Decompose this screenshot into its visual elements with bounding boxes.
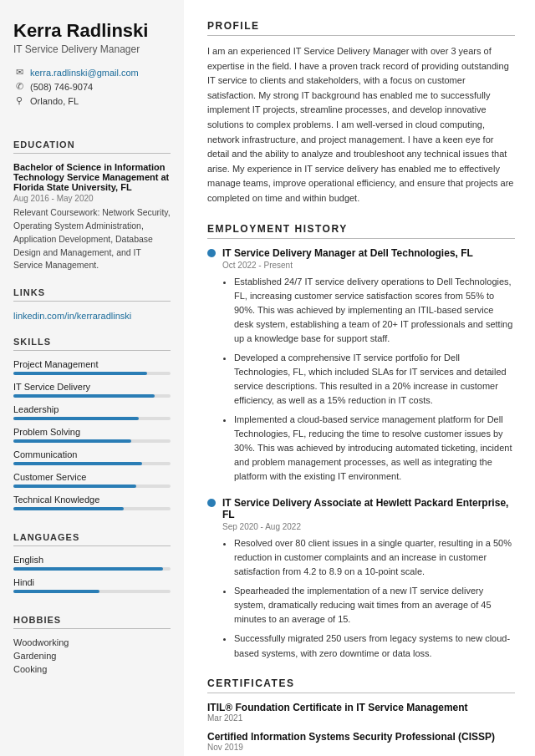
skill-bar-fill [13,507,124,510]
languages-list: English Hindi [13,555,171,600]
linkedin-link[interactable]: linkedin.com/in/kerraradlinski [13,311,131,321]
job-heading: IT Service Delivery Manager at Dell Tech… [222,247,473,259]
jobs-list: IT Service Delivery Manager at Dell Tech… [207,247,515,661]
sidebar: Kerra Radlinski IT Service Delivery Mana… [0,0,184,756]
skill-item: Customer Service [13,472,171,488]
hobbies-section-title: HOBBIES [13,615,171,629]
profile-title: PROFILE [207,20,515,36]
language-bar-bg [13,590,171,593]
skill-bar-fill [13,417,139,420]
skills-section-title: SKILLS [13,337,171,351]
hobby-item: Woodworking [13,637,171,647]
language-item: Hindi [13,577,171,593]
job-title-line: IT Service Delivery Associate at Hewlett… [207,497,515,520]
job-title: IT Service Delivery Manager [13,43,171,55]
job-bullets: Established 24/7 IT service delivery ope… [222,275,515,485]
skill-bar-fill [13,439,131,443]
job-bullet: Established 24/7 IT service delivery ope… [234,275,515,346]
language-item: English [13,555,171,571]
skill-item: Technical Knowledge [13,495,171,510]
cert-name: Certified Information Systems Security P… [207,731,515,743]
skill-name: IT Service Delivery [13,382,171,392]
job-bullets: Resolved over 80 client issues in a sing… [222,536,515,660]
skill-name: Problem Solving [13,427,171,437]
location-icon: ⚲ [13,95,25,106]
email-icon: ✉ [13,67,25,78]
certificates-list: ITIL® Foundation Certificate in IT Servi… [207,702,515,752]
skill-name: Leadership [13,404,171,414]
cert-date: Mar 2021 [207,713,515,723]
job-bullet: Successfully migrated 250 users from leg… [234,632,515,660]
skill-bar-fill [13,394,155,398]
skill-bar-bg [13,507,171,510]
cert-name: ITIL® Foundation Certificate in IT Servi… [207,702,515,713]
skill-name: Technical Knowledge [13,495,171,505]
hobby-item: Cooking [13,664,171,674]
contact-block: ✉ kerra.radlinski@gmail.com ✆ (508) 746-… [13,67,171,109]
job-date: Oct 2022 - Present [222,261,515,270]
edu-date: Aug 2016 - May 2020 [13,194,171,203]
job-bullet: Resolved over 80 client issues in a sing… [234,536,515,579]
skill-name: Customer Service [13,472,171,482]
phone-text: (508) 746-9074 [30,82,93,92]
job-dot [207,499,216,507]
skill-bar-bg [13,485,171,488]
location-text: Orlando, FL [30,96,79,106]
hobbies-list: WoodworkingGardeningCooking [13,637,171,677]
certificates-title: CERTIFICATES [207,677,515,693]
main-content: PROFILE I am an experienced IT Service D… [184,0,535,756]
job-date: Sep 2020 - Aug 2022 [222,522,515,531]
job-block: IT Service Delivery Manager at Dell Tech… [207,247,515,485]
skill-bar-fill [13,372,147,375]
skill-item: Leadership [13,404,171,420]
employment-title: EMPLOYMENT HISTORY [207,223,515,239]
profile-text: I am an experienced IT Service Delivery … [207,44,515,206]
skill-bar-bg [13,417,171,420]
skill-item: IT Service Delivery [13,382,171,398]
language-bar-bg [13,567,171,571]
language-name: English [13,555,171,565]
hobby-item: Gardening [13,651,171,661]
skill-bar-bg [13,394,171,398]
skills-list: Project Management IT Service Delivery L… [13,359,171,517]
skill-item: Problem Solving [13,427,171,443]
skill-bar-bg [13,372,171,375]
language-name: Hindi [13,577,171,587]
edu-courses: Relevant Coursework: Network Security, O… [13,206,171,272]
job-block: IT Service Delivery Associate at Hewlett… [207,497,515,660]
phone-icon: ✆ [13,81,25,92]
job-dot [207,249,216,257]
edu-degree: Bachelor of Science in Information Techn… [13,162,171,192]
name: Kerra Radlinski [13,20,171,42]
cert-block: ITIL® Foundation Certificate in IT Servi… [207,702,515,723]
email-item: ✉ kerra.radlinski@gmail.com [13,67,171,78]
skill-bar-bg [13,439,171,443]
skill-bar-bg [13,462,171,465]
job-title-line: IT Service Delivery Manager at Dell Tech… [207,247,515,259]
job-bullet: Implemented a cloud-based service manage… [234,413,515,484]
language-bar-fill [13,567,163,571]
skill-bar-fill [13,462,142,465]
languages-section-title: LANGUAGES [13,532,171,546]
links-section-title: LINKS [13,287,171,302]
job-heading: IT Service Delivery Associate at Hewlett… [222,497,515,520]
linkedin-link-item: linkedin.com/in/kerraradlinski [13,310,171,322]
cert-date: Nov 2019 [207,743,515,752]
email-link[interactable]: kerra.radlinski@gmail.com [30,68,139,78]
education-section-title: EDUCATION [13,140,171,154]
language-bar-fill [13,590,99,593]
skill-name: Project Management [13,359,171,369]
skill-bar-fill [13,485,136,488]
location-item: ⚲ Orlando, FL [13,95,171,106]
skill-name: Communication [13,449,171,459]
phone-item: ✆ (508) 746-9074 [13,81,171,92]
skill-item: Project Management [13,359,171,375]
courses-label: Relevant Coursework: [13,207,99,217]
job-bullet: Spearheaded the implementation of a new … [234,584,515,627]
skill-item: Communication [13,449,171,465]
job-bullet: Developed a comprehensive IT service por… [234,351,515,408]
cert-block: Certified Information Systems Security P… [207,731,515,752]
